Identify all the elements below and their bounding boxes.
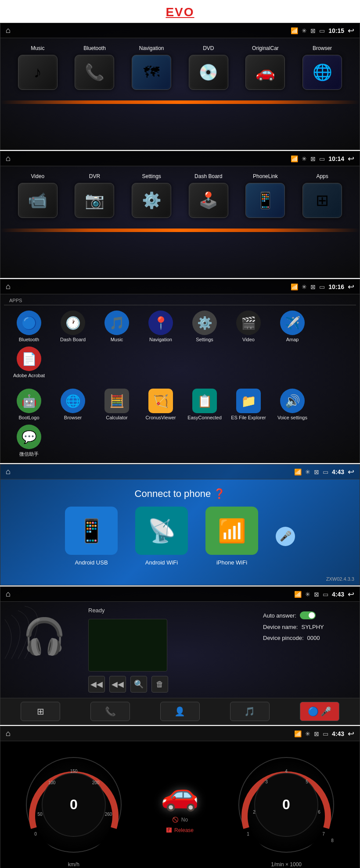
apps-settings-icon[interactable]: ⚙️ xyxy=(192,311,217,335)
mic-button[interactable]: 🎤 xyxy=(276,527,295,546)
app-dashboard[interactable]: Dash Board 🕹️ xyxy=(187,173,230,218)
apps-grid-row2: 🤖 BootLogo 🌐 Browser 🧮 Calculator 🏹 Cron… xyxy=(0,383,360,463)
apps-calculator-icon[interactable]: 🧮 xyxy=(104,389,129,413)
app-phonelink-icon[interactable]: 📱 xyxy=(245,183,285,218)
back-icon-2[interactable]: ↩ xyxy=(348,154,354,164)
app-apps-icon[interactable]: ⊞ xyxy=(302,183,342,218)
app-music-icon[interactable]: ♪ xyxy=(18,55,58,90)
app-dvr[interactable]: DVR 📷 xyxy=(72,173,116,218)
app-dvd-icon[interactable]: 💿 xyxy=(189,55,228,90)
apps-item-dashboard[interactable]: 🕐 Dash Board xyxy=(53,311,93,342)
apps-navigation-icon[interactable]: 📍 xyxy=(148,311,173,335)
apps-item-settings[interactable]: ⚙️ Settings xyxy=(185,311,224,342)
app-apps[interactable]: Apps ⊞ xyxy=(300,173,344,218)
home-icon-5[interactable]: ⌂ xyxy=(6,589,11,599)
apps-voicesettings-icon[interactable]: 🔊 xyxy=(280,389,305,413)
bt-action-icon-1[interactable]: ◀◀ xyxy=(88,676,105,693)
apps-item-music[interactable]: 🎵 Music xyxy=(97,311,137,342)
apps-bootlogo-icon[interactable]: 🤖 xyxy=(17,389,41,413)
app-dvr-icon[interactable]: 📷 xyxy=(75,183,114,218)
apps-item-voicesettings[interactable]: 🔊 Voice settings xyxy=(273,389,312,420)
apps-cronusviewer-icon[interactable]: 🏹 xyxy=(148,389,173,413)
bt-tab-phone[interactable]: 📞 xyxy=(90,702,130,721)
app-navigation[interactable]: Navigation 🗺 xyxy=(130,45,173,90)
speed-unit-label: km/h xyxy=(68,861,79,868)
apps-item-calculator[interactable]: 🧮 Calculator xyxy=(97,389,137,420)
app-video-label: Video xyxy=(31,173,44,179)
apps-item-browser[interactable]: 🌐 Browser xyxy=(53,389,93,420)
app-video-icon[interactable]: 📹 xyxy=(18,183,58,218)
apps-item-acrobat[interactable]: 📄 Adobe Acrobat xyxy=(9,346,49,378)
bt-delete-icon[interactable]: 🗑 xyxy=(151,676,168,693)
apps-esfile-icon[interactable]: 📁 xyxy=(236,389,261,413)
apps-easyconnected-icon[interactable]: 📋 xyxy=(192,389,217,413)
apps-item-navigation[interactable]: 📍 Navigation xyxy=(141,311,180,342)
battery-icon-3: ▭ xyxy=(319,283,325,290)
apps-music-icon[interactable]: 🎵 xyxy=(104,311,129,335)
app-browser[interactable]: Browser 🌐 xyxy=(300,45,344,90)
status-bar-6: ⌂ 📶 ✳ ⊠ ▭ 4:43 ↩ xyxy=(0,726,360,741)
apps-item-video[interactable]: 🎬 Video xyxy=(229,311,268,342)
battery-icon-4: ▭ xyxy=(323,468,328,475)
bt-device-name-row: Device name: SYLPHY xyxy=(263,624,351,630)
apps-music-label: Music xyxy=(111,337,123,342)
apps-esfile-label: ES File Explorer xyxy=(231,415,266,420)
app-dvd-label: DVD xyxy=(203,45,214,51)
apps-bluetooth-icon[interactable]: 🔵 xyxy=(17,311,41,335)
home-icon-6[interactable]: ⌂ xyxy=(6,729,11,738)
bt-auto-answer-toggle[interactable] xyxy=(300,611,316,619)
app-navigation-icon[interactable]: 🗺 xyxy=(132,55,171,90)
apps-item-bootlogo[interactable]: 🤖 BootLogo xyxy=(9,389,49,420)
apps-item-cronusviewer[interactable]: 🏹 CronusViewer xyxy=(141,389,180,420)
bt-tab-contacts[interactable]: 👤 xyxy=(160,702,200,721)
help-icon[interactable]: ❓ xyxy=(213,488,225,499)
app-bluetooth-icon[interactable]: 📞 xyxy=(75,55,114,90)
battery-icon-6: ▭ xyxy=(323,730,328,737)
back-icon-1[interactable]: ↩ xyxy=(348,26,354,36)
back-icon-3[interactable]: ↩ xyxy=(348,282,354,292)
bluetooth-icon-3: ✳ xyxy=(302,283,307,290)
app-dashboard-icon[interactable]: 🕹️ xyxy=(189,183,228,218)
bt-device-name-label: Device name: xyxy=(263,624,298,630)
apps-item-amap[interactable]: ✈️ Amap xyxy=(273,311,312,342)
connect-android-wifi[interactable]: 📡 Android WiFi xyxy=(135,507,188,566)
home-icon-2[interactable]: ⌂ xyxy=(6,154,11,163)
iphone-wifi-icon[interactable]: 📶 xyxy=(205,507,258,555)
back-icon-6[interactable]: ↩ xyxy=(348,729,354,739)
app-originalcar-icon[interactable]: 🚗 xyxy=(245,55,285,90)
home-icon-1[interactable]: ⌂ xyxy=(6,26,11,35)
app-phonelink[interactable]: PhoneLink 📱 xyxy=(243,173,287,218)
app-browser-icon[interactable]: 🌐 xyxy=(302,55,342,90)
apps-wechat-icon[interactable]: 💬 xyxy=(17,425,41,449)
bt-device-pincode-row: Device pincode: 0000 xyxy=(263,635,351,641)
android-wifi-icon[interactable]: 📡 xyxy=(135,507,188,555)
time-2: 10:14 xyxy=(328,155,344,162)
apps-amap-icon[interactable]: ✈️ xyxy=(280,311,305,335)
app-bluetooth[interactable]: Bluetooth 📞 xyxy=(72,45,116,90)
app-settings[interactable]: Settings ⚙️ xyxy=(130,173,173,218)
app-music[interactable]: Music ♪ xyxy=(16,45,60,90)
back-icon-5[interactable]: ↩ xyxy=(348,589,354,599)
apps-item-bluetooth[interactable]: 🔵 Bluetooth xyxy=(9,311,49,342)
app-settings-icon[interactable]: ⚙️ xyxy=(132,183,171,218)
connect-android-usb[interactable]: 📱 Android USB xyxy=(65,507,118,566)
apps-item-esfile[interactable]: 📁 ES File Explorer xyxy=(229,389,268,420)
connect-iphone-wifi[interactable]: 📶 iPhone WiFi xyxy=(205,507,258,566)
home-icon-3[interactable]: ⌂ xyxy=(6,282,11,291)
home-icon-4[interactable]: ⌂ xyxy=(6,467,11,476)
bt-tab-music[interactable]: 🎵 xyxy=(230,702,270,721)
apps-video-icon[interactable]: 🎬 xyxy=(236,311,261,335)
apps-acrobat-icon[interactable]: 📄 xyxy=(17,346,41,371)
apps-item-wechat[interactable]: 💬 微信助手 xyxy=(9,425,49,457)
app-video[interactable]: Video 📹 xyxy=(16,173,60,218)
bt-search-icon[interactable]: 🔍 xyxy=(130,676,147,693)
apps-dashboard-icon[interactable]: 🕐 xyxy=(61,311,85,335)
app-originalcar[interactable]: OriginalCar 🚗 xyxy=(243,45,287,90)
app-dvd[interactable]: DVD 💿 xyxy=(187,45,230,90)
bt-action-icon-2[interactable]: ◀◀ xyxy=(109,676,126,693)
apps-browser-icon[interactable]: 🌐 xyxy=(61,389,85,413)
back-icon-4[interactable]: ↩ xyxy=(348,467,354,477)
apps-item-easyconnected[interactable]: 📋 EasyConnected xyxy=(185,389,224,420)
android-usb-icon[interactable]: 📱 xyxy=(65,507,118,555)
bt-tab-bluetooth-active[interactable]: 🔵🎤 xyxy=(300,702,339,721)
